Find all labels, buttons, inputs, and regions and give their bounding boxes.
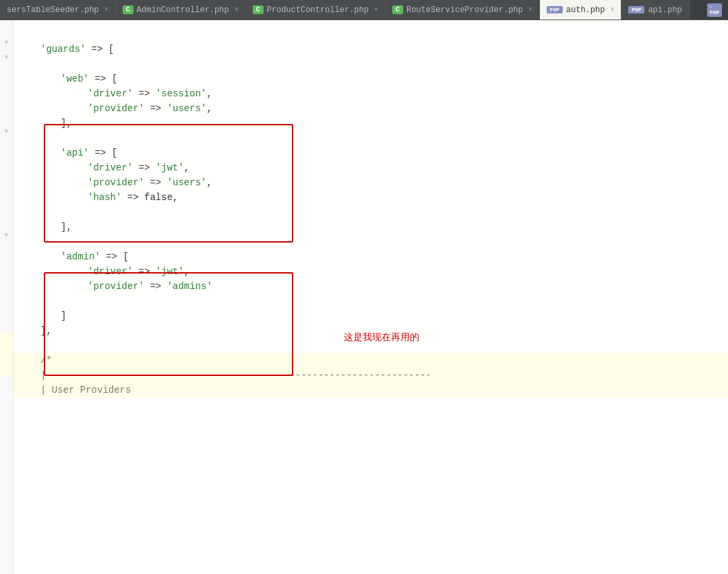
false-val: false [144, 190, 173, 205]
users-comma-2: , [206, 175, 212, 190]
provider-arrow-1: => [144, 101, 167, 116]
annotation-text: 这是我现在再用的 [344, 331, 419, 344]
product-c-badge: C [253, 5, 264, 14]
hash-key: 'hash' [88, 190, 121, 205]
api-open: [ [112, 146, 117, 160]
provider-arrow-3: => [144, 279, 167, 294]
tab-auth-label: auth.php [566, 5, 605, 15]
fold-10 [0, 154, 13, 168]
tab-product-label: ProductController.php [267, 5, 369, 15]
tab-auth-close[interactable]: × [610, 6, 614, 13]
web-arrow: => [89, 71, 112, 86]
code-line-provider-admins: 'provider' => 'admins' [27, 279, 728, 294]
driver-arrow-3: => [133, 264, 156, 279]
code-line-web: 'web' => [ [27, 71, 728, 86]
close-api-bracket: ], [61, 220, 72, 234]
fold-17 [0, 257, 13, 272]
api-key: 'api' [61, 146, 89, 160]
fold-18 [0, 272, 13, 287]
fold-3[interactable]: ▼ [0, 50, 13, 65]
users-comma-1: , [206, 101, 212, 116]
fold-23 [0, 346, 13, 361]
code-area[interactable]: 这是我现在再用的 'guards' => [ 'web' => [ 'drive… [13, 20, 728, 574]
code-line-comment-start: /* [13, 353, 728, 368]
code-line-driver-session: 'driver' => 'session' , [27, 86, 728, 101]
hash-arrow: => [121, 190, 144, 205]
code-line-empty-1 [27, 131, 728, 146]
fold-1[interactable] [0, 20, 13, 35]
tab-admin[interactable]: C AdminController.php × [116, 0, 246, 20]
fold-24 [0, 361, 13, 376]
fold-5 [0, 79, 13, 94]
provider-key-3: 'provider' [88, 279, 144, 294]
code-line-close-admin: ] [27, 309, 728, 323]
code-line-api: 'api' => [ [27, 146, 728, 160]
tab-product[interactable]: C ProductController.php × [246, 0, 386, 20]
comment-line-text: |---------------------------------------… [40, 368, 431, 383]
driver-key-3: 'driver' [88, 264, 133, 279]
provider-arrow-2: => [144, 175, 167, 190]
comment-user-text: | User Providers [40, 383, 131, 397]
comment-start-text: /* [40, 353, 52, 368]
route-c-badge: C [392, 5, 403, 14]
fold-16 [0, 243, 13, 257]
session-comma: , [206, 86, 212, 101]
php-icon-badge: ✕ PHP [707, 3, 722, 18]
fold-gutter: ▼ ▼ ▼ ▼ [0, 20, 13, 574]
driver-key-2: 'driver' [88, 160, 133, 175]
fold-7 [0, 109, 13, 124]
tab-api[interactable]: PHP api.php [621, 0, 689, 20]
web-open: [ [112, 71, 117, 86]
code-line-close-web: ], [27, 116, 728, 131]
close-web-bracket: ], [61, 116, 72, 131]
code-line-comment-user: | User Providers [13, 383, 728, 397]
fold-8[interactable]: ▼ [0, 124, 13, 139]
code-line-driver-jwt-2: 'driver' => 'jwt' , [27, 264, 728, 279]
code-line-admin: 'admin' => [ [27, 249, 728, 264]
fold-14 [0, 213, 13, 228]
fold-2[interactable]: ▼ [0, 35, 13, 50]
provider-key-2: 'provider' [88, 175, 144, 190]
driver-key-1: 'driver' [88, 86, 133, 101]
tab-bar: ✕ PHP sersTableSeeder.php × C AdminContr… [0, 0, 728, 20]
fold-15[interactable]: ▼ [0, 228, 13, 243]
editor-area: ▼ ▼ ▼ ▼ [0, 20, 728, 574]
tab-seeder-label: sersTableSeeder.php [7, 5, 99, 15]
guards-key: 'guards' [40, 42, 86, 57]
code-line-comment-line: |---------------------------------------… [13, 368, 728, 383]
driver-arrow-2: => [133, 160, 156, 175]
code-line-driver-jwt-1: 'driver' => 'jwt' , [27, 160, 728, 175]
admin-arrow: => [100, 249, 123, 264]
close-admin-bracket: ] [61, 309, 66, 323]
jwt-val-1: 'jwt' [156, 160, 184, 175]
code-line-empty-4 [27, 294, 728, 309]
code-line-3 [27, 57, 728, 71]
fold-20 [0, 302, 13, 317]
code-line-provider-users-2: 'provider' => 'users' , [27, 175, 728, 190]
jwt-comma-2: , [184, 264, 189, 279]
driver-arrow-1: => [133, 86, 156, 101]
tab-auth[interactable]: PHP auth.php × [540, 0, 622, 20]
false-comma: , [173, 190, 178, 205]
tab-admin-close[interactable]: × [235, 6, 239, 13]
guards-open: [ [109, 42, 114, 57]
close-guards-bracket: ], [40, 323, 52, 338]
guards-arrow: => [86, 42, 109, 57]
fold-12 [0, 183, 13, 198]
tab-seeder[interactable]: sersTableSeeder.php × [0, 0, 116, 20]
top-right-icon: ✕ PHP [701, 0, 728, 20]
admin-c-badge: C [123, 5, 133, 14]
tab-route-close[interactable]: × [528, 6, 533, 13]
tab-admin-label: AdminController.php [137, 5, 229, 15]
fold-11 [0, 168, 13, 183]
api-arrow: => [89, 146, 112, 160]
code-line-empty-3 [27, 234, 728, 249]
tab-route[interactable]: C RouteServiceProvider.php × [386, 0, 540, 20]
tab-seeder-close[interactable]: × [104, 6, 109, 13]
code-line-empty-2 [27, 205, 728, 220]
admins-val: 'admins' [167, 279, 212, 294]
tab-product-close[interactable]: × [374, 6, 378, 13]
provider-key-1: 'provider' [88, 101, 144, 116]
admin-key: 'admin' [61, 249, 100, 264]
code-line-hash: 'hash' => false , [27, 190, 728, 205]
